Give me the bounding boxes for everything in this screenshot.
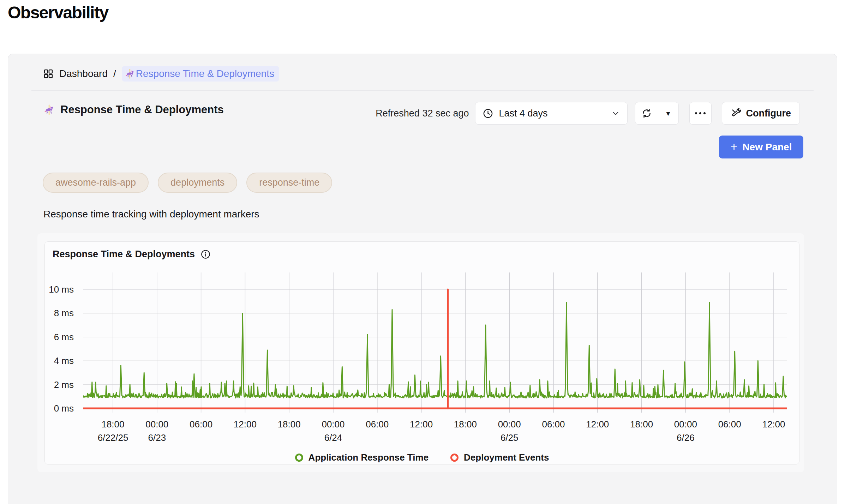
new-panel-button[interactable]: + New Panel bbox=[719, 136, 803, 158]
x-tick-date-label: 6/24 bbox=[305, 432, 361, 443]
tools-icon bbox=[731, 108, 741, 119]
breadcrumb: Dashboard / Response Time & Deployments bbox=[43, 66, 279, 82]
legend-item[interactable]: Deployment Events bbox=[450, 452, 549, 463]
dashboard-card: Dashboard / Response Time & Deployments … bbox=[8, 54, 837, 504]
breadcrumb-section-label: Dashboard bbox=[59, 68, 108, 79]
observability-page: Observability Dashboard / bbox=[0, 0, 845, 504]
new-panel-label: New Panel bbox=[742, 142, 792, 153]
refresh-icon bbox=[641, 108, 652, 119]
x-tick-date-label: 6/25 bbox=[481, 432, 538, 443]
breadcrumb-separator: / bbox=[113, 68, 116, 79]
legend-label: Deployment Events bbox=[464, 452, 549, 463]
chart-title: Response Time & Deployments bbox=[53, 249, 211, 260]
breadcrumb-current-label: Response Time & Deployments bbox=[136, 68, 274, 79]
x-tick-date-label: 6/26 bbox=[657, 432, 714, 443]
y-tick-label: 2 ms bbox=[45, 379, 74, 390]
ellipsis-icon bbox=[695, 112, 697, 114]
dashboard-grid-icon bbox=[43, 68, 54, 79]
breadcrumb-dashboard-link[interactable]: Dashboard bbox=[43, 68, 108, 79]
plus-icon: + bbox=[731, 140, 738, 152]
configure-label: Configure bbox=[746, 108, 791, 119]
tag-chip[interactable]: awesome-rails-app bbox=[43, 173, 149, 193]
refresh-button[interactable] bbox=[635, 102, 658, 124]
x-tick-date-label: 6/23 bbox=[129, 432, 185, 443]
y-tick-label: 4 ms bbox=[45, 355, 74, 366]
chevron-down-icon bbox=[611, 109, 620, 118]
breadcrumb-current-chip[interactable]: Response Time & Deployments bbox=[122, 66, 279, 82]
chart-card: Response Time & Deployments 0 ms2 ms4 ms… bbox=[37, 233, 804, 472]
panel-description: Response time tracking with deployment m… bbox=[43, 209, 259, 220]
y-tick-label: 6 ms bbox=[45, 332, 74, 342]
time-range-value: Last 4 days bbox=[499, 108, 605, 119]
page-title: Observability bbox=[8, 3, 108, 22]
refreshed-status: Refreshed 32 sec ago bbox=[376, 108, 469, 119]
caret-down-icon: ▼ bbox=[665, 110, 672, 117]
y-tick-label: 10 ms bbox=[45, 284, 74, 295]
y-tick-label: 8 ms bbox=[45, 308, 74, 318]
tag-chip[interactable]: response-time bbox=[246, 173, 332, 193]
info-icon[interactable] bbox=[200, 249, 211, 259]
legend-marker-ring bbox=[295, 454, 303, 462]
legend-marker-ring bbox=[450, 454, 459, 462]
x-tick-label: 12:00 bbox=[745, 419, 802, 430]
clock-icon bbox=[483, 108, 493, 119]
y-tick-label: 0 ms bbox=[45, 403, 74, 414]
tag-list: awesome-rails-appdeploymentsresponse-tim… bbox=[43, 173, 332, 193]
time-range-select[interactable]: Last 4 days bbox=[475, 102, 628, 125]
configure-button[interactable]: Configure bbox=[722, 102, 800, 125]
tag-chip[interactable]: deployments bbox=[158, 173, 237, 193]
more-options-button[interactable] bbox=[689, 102, 712, 125]
refresh-options-button[interactable]: ▼ bbox=[658, 102, 678, 124]
panel-title-label: Response Time & Deployments bbox=[60, 103, 224, 116]
panel-title: Response Time & Deployments bbox=[43, 103, 224, 116]
chart-title-label: Response Time & Deployments bbox=[53, 249, 195, 260]
refresh-split-button: ▼ bbox=[635, 102, 679, 125]
carousel-horse-icon bbox=[43, 104, 55, 115]
chart-panel: Response Time & Deployments 0 ms2 ms4 ms… bbox=[44, 241, 799, 464]
chart-plot-area[interactable] bbox=[83, 272, 787, 414]
legend-label: Application Response Time bbox=[308, 452, 429, 463]
carousel-horse-icon bbox=[125, 68, 135, 79]
response-time-chart[interactable] bbox=[83, 272, 787, 414]
legend-item[interactable]: Application Response Time bbox=[295, 452, 429, 463]
chart-legend: Application Response TimeDeployment Even… bbox=[45, 452, 799, 463]
header-divider bbox=[31, 90, 814, 91]
panel-controls: Refreshed 32 sec ago Last 4 days bbox=[376, 102, 800, 125]
